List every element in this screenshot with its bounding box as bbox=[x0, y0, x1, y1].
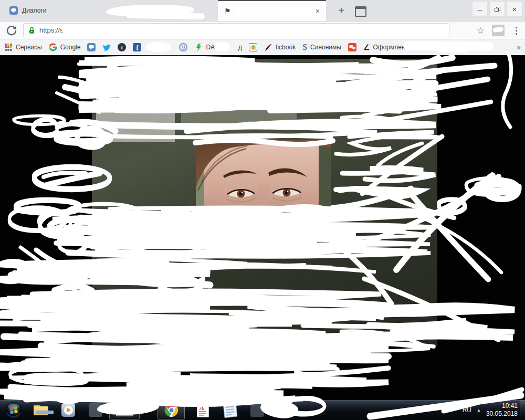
tab-scribbled[interactable] bbox=[108, 0, 217, 21]
flag-icon: ⚑ bbox=[223, 7, 232, 15]
language-indicator[interactable]: RU bbox=[463, 406, 471, 414]
windows-start-orb-icon bbox=[5, 402, 22, 418]
explorer-taskbar-button[interactable] bbox=[27, 401, 55, 419]
bookmark-label: Синонимы bbox=[310, 44, 341, 51]
folder-icon bbox=[34, 405, 48, 415]
chrome-taskbar-button[interactable] bbox=[158, 401, 185, 419]
page-content bbox=[0, 55, 525, 400]
active-app-taskbar-button[interactable] bbox=[109, 401, 140, 419]
apps-grid-icon bbox=[4, 43, 13, 51]
bookmark-label: Google bbox=[60, 44, 81, 51]
photo-background-patch bbox=[96, 74, 175, 142]
tumblr-icon: t bbox=[118, 43, 126, 51]
bookmark-star-icon[interactable]: ☆ bbox=[477, 26, 485, 35]
system-tray: RU ▲ 10:41 30.05.2018 bbox=[463, 402, 525, 418]
angle-icon: ∠ bbox=[363, 44, 370, 51]
vk-dialogs-icon bbox=[9, 6, 18, 15]
viber-icon bbox=[277, 403, 292, 418]
close-button[interactable]: × bbox=[507, 1, 522, 17]
tab-label: Диалоги bbox=[22, 7, 46, 14]
bookmark-facebook[interactable]: f bbox=[133, 43, 141, 51]
bookmark-google[interactable]: Google bbox=[49, 43, 81, 51]
app-icon bbox=[250, 403, 264, 417]
new-tab-button[interactable]: + bbox=[334, 3, 349, 18]
tab-strip: Диалоги ⚑ × + – × bbox=[0, 0, 525, 21]
start-button[interactable] bbox=[0, 401, 27, 419]
bookmark-design[interactable]: ∠ Оформление bbox=[363, 44, 412, 51]
bookmark-label: Сервисы bbox=[16, 44, 42, 51]
url-text: https://s bbox=[39, 26, 64, 34]
bookmark-question[interactable]: ? bbox=[249, 43, 257, 51]
bookmark-label: DA bbox=[206, 44, 215, 51]
window-icon bbox=[116, 404, 133, 416]
media-player-icon bbox=[61, 403, 75, 417]
bookmark-label: д bbox=[238, 44, 242, 51]
chat-orange-icon bbox=[348, 43, 356, 51]
bookmark-label: ficbook bbox=[276, 44, 296, 51]
google-g-icon bbox=[49, 43, 57, 51]
chrome-icon bbox=[164, 403, 178, 417]
restore-icon bbox=[495, 7, 500, 12]
bookmark-services[interactable]: Сервисы bbox=[4, 43, 42, 51]
tray-date: 30.05.2018 bbox=[486, 410, 518, 418]
toolbar-right: ☆ ⋮ bbox=[477, 24, 521, 37]
s-letter-icon: S bbox=[302, 43, 307, 51]
bookmark-label: Оформление bbox=[373, 44, 412, 51]
show-desktop-button[interactable] bbox=[520, 400, 525, 420]
menu-icon[interactable]: ⋮ bbox=[512, 26, 521, 35]
show-hidden-icons[interactable]: ▲ bbox=[477, 408, 481, 413]
tab-list-button[interactable] bbox=[355, 6, 366, 17]
bookmark-ficbook[interactable]: ficbook bbox=[264, 43, 296, 51]
notepad-taskbar-button[interactable] bbox=[216, 401, 244, 419]
bookmarks-overflow-chevron[interactable]: » bbox=[517, 43, 521, 51]
app-icon bbox=[89, 403, 102, 417]
bookmark-twitter[interactable] bbox=[102, 43, 111, 51]
bookmark-vk[interactable] bbox=[87, 43, 96, 51]
restore-button[interactable] bbox=[489, 1, 505, 17]
tab-active[interactable]: ⚑ × bbox=[218, 0, 326, 21]
wordpad-icon: A bbox=[197, 403, 209, 417]
wordpad-taskbar-button[interactable]: A bbox=[189, 401, 216, 419]
bookmark-compass[interactable] bbox=[179, 43, 187, 51]
bookmark-deviantart[interactable]: DA bbox=[194, 43, 215, 51]
tab-close-icon[interactable]: × bbox=[314, 7, 321, 15]
vk-chat-icon bbox=[87, 43, 96, 51]
app-taskbar-button-2[interactable] bbox=[244, 401, 271, 419]
photo-background-patch bbox=[181, 80, 297, 127]
woman-face-photo bbox=[196, 140, 331, 212]
bookmark-orange-chat[interactable] bbox=[348, 43, 356, 51]
bookmarks-bar: Сервисы Google t f bbox=[0, 39, 525, 55]
question-icon: ? bbox=[249, 43, 257, 51]
compass-icon bbox=[179, 43, 187, 51]
facebook-icon: f bbox=[133, 43, 141, 51]
address-bar[interactable]: https://s bbox=[23, 23, 449, 37]
reload-icon bbox=[5, 24, 18, 37]
bookmark-synonyms[interactable]: S Синонимы bbox=[302, 43, 341, 51]
deviantart-icon bbox=[194, 43, 203, 51]
tab2-favicon bbox=[113, 6, 122, 15]
reload-button[interactable] bbox=[5, 24, 18, 37]
toolbar: https://s ☆ ⋮ bbox=[0, 21, 525, 39]
screen: Диалоги ⚑ × + – × bbox=[0, 0, 525, 420]
twitter-icon bbox=[102, 43, 111, 51]
notepad-icon bbox=[223, 402, 237, 418]
media-player-taskbar-button[interactable] bbox=[55, 401, 82, 419]
bookmark-scribbled-d[interactable]: д bbox=[222, 44, 242, 51]
app-taskbar-button[interactable] bbox=[82, 401, 109, 419]
tray-clock[interactable]: 10:41 30.05.2018 bbox=[486, 402, 518, 418]
feather-icon bbox=[264, 43, 272, 51]
minimize-button[interactable]: – bbox=[472, 1, 488, 17]
window-controls: – × bbox=[470, 1, 522, 17]
tab-dialogs[interactable]: Диалоги bbox=[4, 0, 107, 21]
viber-taskbar-button[interactable] bbox=[271, 401, 298, 419]
secure-lock-icon bbox=[28, 26, 36, 35]
strip-separator bbox=[351, 5, 351, 16]
tray-time: 10:41 bbox=[502, 402, 518, 410]
taskbar: A RU ▲ 10:41 30.05.2018 bbox=[0, 400, 525, 420]
extension-icon[interactable] bbox=[492, 25, 505, 36]
bookmark-tumblr[interactable]: t bbox=[118, 43, 126, 51]
